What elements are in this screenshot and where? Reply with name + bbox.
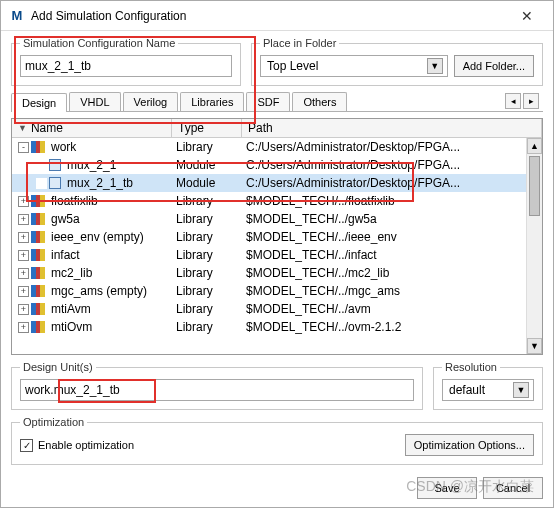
resolution-group: Resolution default ▼ — [433, 361, 543, 410]
add-folder-button[interactable]: Add Folder... — [454, 55, 534, 77]
row-name: mtiAvm — [51, 302, 91, 316]
sim-config-name-legend: Simulation Configuration Name — [20, 37, 178, 49]
row-type: Library — [172, 266, 242, 280]
tree-row[interactable]: +floatfixlibLibrary$MODEL_TECH/../floatf… — [12, 192, 542, 210]
row-path: $MODEL_TECH/../infact — [242, 248, 542, 262]
library-icon — [31, 249, 45, 261]
expand-icon[interactable]: + — [18, 268, 29, 279]
expand-icon[interactable]: + — [18, 286, 29, 297]
row-path: C:/Users/Administrator/Desktop/FPGA... — [242, 140, 542, 154]
checkbox-icon: ✓ — [20, 439, 33, 452]
sim-config-name-input[interactable] — [20, 55, 232, 77]
row-path: $MODEL_TECH/../ovm-2.1.2 — [242, 320, 542, 334]
tree-row[interactable]: +infactLibrary$MODEL_TECH/../infact — [12, 246, 542, 264]
tree-row[interactable]: mux_2_1ModuleC:/Users/Administrator/Desk… — [12, 156, 542, 174]
design-unit-legend: Design Unit(s) — [20, 361, 96, 373]
library-icon — [31, 195, 45, 207]
tab-verilog[interactable]: Verilog — [123, 92, 179, 111]
tabs: Design VHDL Verilog Libraries SDF Others… — [11, 92, 543, 112]
tab-others[interactable]: Others — [292, 92, 347, 111]
chevron-down-icon: ▼ — [513, 382, 529, 398]
library-icon — [31, 321, 45, 333]
library-icon — [31, 285, 45, 297]
tabs-scroll-right[interactable]: ▸ — [523, 93, 539, 109]
row-type: Library — [172, 320, 242, 334]
scroll-thumb[interactable] — [529, 156, 540, 216]
row-name: mgc_ams (empty) — [51, 284, 147, 298]
row-path: $MODEL_TECH/../gw5a — [242, 212, 542, 226]
scroll-down-icon[interactable]: ▼ — [527, 338, 542, 354]
row-type: Module — [172, 176, 242, 190]
library-icon — [31, 141, 45, 153]
row-path: $MODEL_TECH/../mc2_lib — [242, 266, 542, 280]
row-path: $MODEL_TECH/../avm — [242, 302, 542, 316]
col-header-type[interactable]: Type — [172, 119, 242, 137]
toggle-spacer — [36, 160, 47, 171]
tree-row[interactable]: +mtiOvmLibrary$MODEL_TECH/../ovm-2.1.2 — [12, 318, 542, 336]
tab-design[interactable]: Design — [11, 93, 67, 112]
module-icon — [49, 177, 61, 189]
tab-libraries[interactable]: Libraries — [180, 92, 244, 111]
tree-row[interactable]: -workLibraryC:/Users/Administrator/Deskt… — [12, 138, 542, 156]
library-icon — [31, 303, 45, 315]
dialog-window: M Add Simulation Configuration ✕ Simulat… — [0, 0, 554, 508]
chevron-down-icon: ▼ — [427, 58, 443, 74]
row-type: Library — [172, 194, 242, 208]
expand-icon[interactable]: + — [18, 304, 29, 315]
close-button[interactable]: ✕ — [509, 2, 545, 30]
tree-scrollbar[interactable]: ▲ ▼ — [526, 138, 542, 354]
resolution-legend: Resolution — [442, 361, 500, 373]
row-type: Library — [172, 284, 242, 298]
optimization-legend: Optimization — [20, 416, 87, 428]
scroll-up-icon[interactable]: ▲ — [527, 138, 542, 154]
row-name: gw5a — [51, 212, 80, 226]
tree-row[interactable]: mux_2_1_tbModuleC:/Users/Administrator/D… — [12, 174, 542, 192]
tree-row[interactable]: +mtiAvmLibrary$MODEL_TECH/../avm — [12, 300, 542, 318]
resolution-select[interactable]: default ▼ — [442, 379, 534, 401]
library-tree: ▼Name Type Path -workLibraryC:/Users/Adm… — [11, 118, 543, 355]
folder-select-value: Top Level — [267, 59, 318, 73]
tree-row[interactable]: +mgc_ams (empty)Library$MODEL_TECH/../mg… — [12, 282, 542, 300]
expand-icon[interactable]: + — [18, 232, 29, 243]
tabs-scroll-left[interactable]: ◂ — [505, 93, 521, 109]
tab-vhdl[interactable]: VHDL — [69, 92, 120, 111]
row-path: C:/Users/Administrator/Desktop/FPGA... — [242, 176, 542, 190]
tree-row[interactable]: +ieee_env (empty)Library$MODEL_TECH/../i… — [12, 228, 542, 246]
expand-icon[interactable]: + — [18, 322, 29, 333]
expand-icon[interactable]: + — [18, 196, 29, 207]
enable-optimization-checkbox[interactable]: ✓ Enable optimization — [20, 439, 134, 452]
expand-icon[interactable]: + — [18, 250, 29, 261]
collapse-icon[interactable]: - — [18, 142, 29, 153]
toggle-spacer — [36, 178, 47, 189]
app-icon: M — [9, 8, 25, 24]
row-type: Module — [172, 158, 242, 172]
row-name: mux_2_1 — [67, 158, 116, 172]
expand-icon[interactable]: + — [18, 214, 29, 225]
row-name: mtiOvm — [51, 320, 92, 334]
tree-header: ▼Name Type Path — [12, 119, 542, 138]
row-path: $MODEL_TECH/../ieee_env — [242, 230, 542, 244]
design-unit-group: Design Unit(s) — [11, 361, 423, 410]
tree-row[interactable]: +mc2_libLibrary$MODEL_TECH/../mc2_lib — [12, 264, 542, 282]
cancel-button[interactable]: Cancel — [483, 477, 543, 499]
col-header-path[interactable]: Path — [242, 119, 542, 137]
row-name: floatfixlib — [51, 194, 98, 208]
design-unit-input[interactable] — [20, 379, 414, 401]
dialog-footer: Save Cancel — [1, 473, 553, 507]
row-name: infact — [51, 248, 80, 262]
row-type: Library — [172, 302, 242, 316]
place-in-folder-legend: Place in Folder — [260, 37, 339, 49]
row-type: Library — [172, 140, 242, 154]
window-title: Add Simulation Configuration — [31, 9, 509, 23]
col-header-name[interactable]: ▼Name — [12, 119, 172, 137]
titlebar: M Add Simulation Configuration ✕ — [1, 1, 553, 31]
dialog-content: Simulation Configuration Name Place in F… — [1, 31, 553, 473]
row-name: mc2_lib — [51, 266, 92, 280]
save-button[interactable]: Save — [417, 477, 477, 499]
row-type: Library — [172, 230, 242, 244]
tab-sdf[interactable]: SDF — [246, 92, 290, 111]
tree-row[interactable]: +gw5aLibrary$MODEL_TECH/../gw5a — [12, 210, 542, 228]
folder-select[interactable]: Top Level ▼ — [260, 55, 448, 77]
optimization-options-button[interactable]: Optimization Options... — [405, 434, 534, 456]
row-path: $MODEL_TECH/../floatfixlib — [242, 194, 542, 208]
